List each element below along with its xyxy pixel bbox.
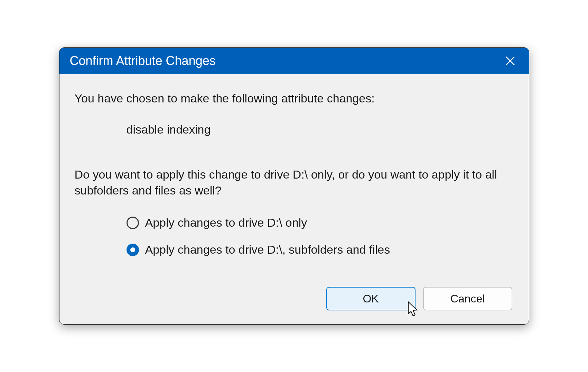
radio-indicator-selected [127,244,139,256]
radio-label-subfolders-files: Apply changes to drive D:\, subfolders a… [145,242,390,258]
close-icon [505,55,516,66]
question-text: Do you want to apply this change to driv… [75,167,514,199]
radio-option-subfolders-files[interactable]: Apply changes to drive D:\, subfolders a… [127,242,514,258]
cancel-button[interactable]: Cancel [423,287,512,310]
titlebar: Confirm Attribute Changes [59,48,529,74]
radio-indicator [127,217,139,229]
dialog-title: Confirm Attribute Changes [70,54,216,68]
close-button[interactable] [500,51,521,71]
radio-option-drive-only[interactable]: Apply changes to drive D:\ only [127,215,514,231]
button-row: OK Cancel [75,287,514,310]
intro-text: You have chosen to make the following at… [75,91,514,107]
attribute-change-item: disable indexing [75,122,514,138]
ok-button[interactable]: OK [326,287,416,310]
radio-label-drive-only: Apply changes to drive D:\ only [145,215,307,231]
dialog-content: You have chosen to make the following at… [59,74,529,324]
confirm-attribute-changes-dialog: Confirm Attribute Changes You have chose… [59,47,529,325]
radio-group: Apply changes to drive D:\ only Apply ch… [75,215,514,258]
